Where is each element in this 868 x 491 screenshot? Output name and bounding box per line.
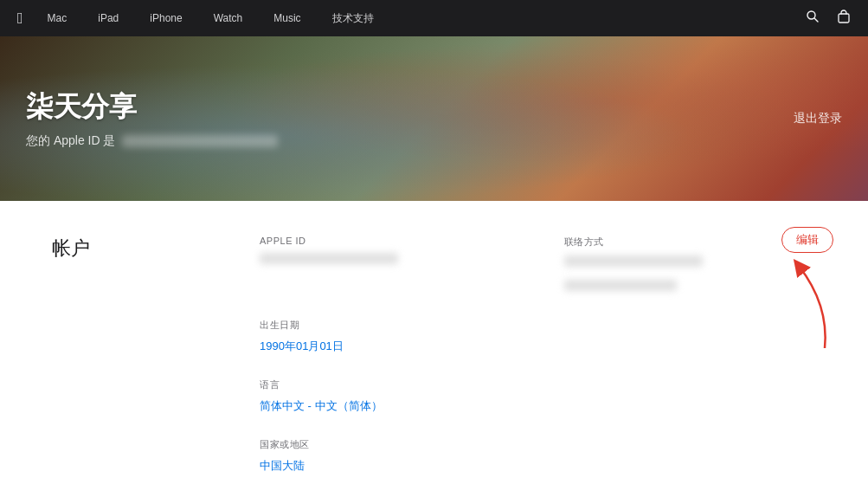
nav-item-music[interactable]: Music [258,0,316,36]
nav-item-mac[interactable]: Mac [32,0,83,36]
region-field: 国家或地区 中国大陆 [260,438,512,474]
hero-title: 柒天分享 [26,88,278,126]
navbar:  Mac iPad iPhone Watch Music 技术支持 [0,0,868,36]
region-label: 国家或地区 [260,438,512,451]
hero-content: 柒天分享 您的 Apple ID 是 [26,88,278,149]
svg-rect-2 [839,14,849,23]
nav-right [806,10,851,27]
birthday-field: 出生日期 1990年01月01日 [260,319,512,354]
contact-value-1-blurred [564,255,703,267]
apple-id-value [260,253,512,270]
nav-left:  Mac iPad iPhone Watch Music 技术支持 [17,0,389,36]
language-label: 语言 [260,378,512,391]
apple-logo-icon[interactable]:  [17,10,23,28]
account-section-title: 帐户 [52,236,156,491]
bag-icon[interactable] [837,10,851,27]
svg-line-1 [814,18,818,22]
nav-item-watch[interactable]: Watch [198,0,259,36]
hero-subtitle-text: 您的 Apple ID 是 [26,133,115,149]
arrow-indicator [773,253,842,357]
apple-id-label: APPLE ID [260,236,512,246]
language-field: 语言 简体中文 - 中文（简体） [260,378,512,414]
edit-area: 编辑 [773,227,842,357]
account-details: APPLE ID 联络方式 出生日期 1990年01月01日 [156,236,816,491]
birthday-label: 出生日期 [260,319,512,332]
nav-item-ipad[interactable]: iPad [82,0,134,36]
apple-id-field: APPLE ID [260,236,512,294]
nav-items: Mac iPad iPhone Watch Music 技术支持 [32,0,389,36]
language-value[interactable]: 简体中文 - 中文（简体） [260,398,512,414]
hero-apple-id-blurred [122,135,278,147]
logout-button[interactable]: 退出登录 [794,111,842,126]
hero-subtitle: 您的 Apple ID 是 [26,133,278,149]
region-value[interactable]: 中国大陆 [260,458,512,474]
nav-item-support[interactable]: 技术支持 [317,0,389,36]
apple-id-blurred [260,253,398,264]
birthday-value[interactable]: 1990年01月01日 [260,339,512,354]
edit-button[interactable]: 编辑 [781,227,833,253]
hero-banner: 柒天分享 您的 Apple ID 是 退出登录 [0,36,868,201]
contact-value-2-blurred [564,280,677,291]
search-icon[interactable] [806,10,820,27]
account-section: 帐户 APPLE ID 联络方式 出生日 [26,201,842,491]
nav-item-iphone[interactable]: iPhone [134,0,197,36]
